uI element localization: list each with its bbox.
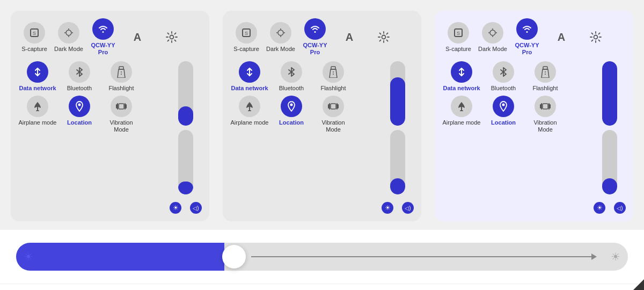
airplane-item-p1[interactable]: Airplane mode (18, 96, 57, 133)
settings-item-p2[interactable] (368, 26, 400, 48)
data-network-item-p2[interactable]: Data network (230, 61, 269, 92)
svg-rect-11 (119, 104, 124, 109)
brightness-bar-fill (16, 243, 224, 271)
svg-point-26 (290, 103, 293, 106)
bluetooth-icon-p2 (281, 61, 302, 83)
s-capture-item-p3[interactable]: S S-capture (442, 22, 474, 53)
location-icon-p2 (281, 96, 302, 117)
panel-1-grid: Data network Bluetooth Flashlight (18, 61, 165, 133)
s-capture-label-p3: S-capture (445, 46, 471, 53)
brightness-slider-p1[interactable] (178, 61, 193, 126)
corner-triangle (633, 279, 644, 290)
svg-point-39 (594, 35, 598, 39)
wifi-item-p1[interactable]: QCW-YY Pro (87, 18, 119, 56)
flashlight-item-p3[interactable]: Flashlight (526, 61, 565, 92)
volume-icon-p3: ◁) (614, 202, 626, 214)
bluetooth-item-p1[interactable]: Bluetooth (60, 61, 99, 92)
svg-point-7 (170, 35, 174, 39)
brightness-icon-p2: ☀ (382, 202, 393, 214)
bluetooth-icon-p1 (69, 61, 90, 83)
volume-slider-p3[interactable] (602, 130, 617, 194)
sun-icon-left: ☀ (24, 250, 33, 263)
location-label-p2: Location (279, 119, 304, 126)
s-capture-label-p2: S-capture (233, 46, 259, 53)
s-capture-item-p1[interactable]: S S-capture (18, 22, 50, 53)
sun-icon-right: ☀ (611, 250, 620, 263)
vibration-icon-p2 (323, 96, 344, 117)
flashlight-item-p1[interactable]: Flashlight (102, 61, 141, 92)
bluetooth-item-p3[interactable]: Bluetooth (484, 61, 523, 92)
vibration-item-p2[interactable]: Vibration Mode (314, 96, 353, 133)
dark-mode-item-p2[interactable]: Dark Mode (265, 22, 297, 53)
brightness-bar-container[interactable]: ☀ ☀ (16, 243, 628, 271)
wifi-item-p3[interactable]: QCW-YY Pro (511, 18, 543, 56)
gear-icon-p3 (585, 26, 606, 48)
flashlight-icon-p3 (535, 61, 556, 83)
vibration-item-p1[interactable]: Vibration Mode (102, 96, 141, 133)
panel-3-grid-row: Data network Bluetooth Flashlight (442, 61, 626, 214)
panel-1: S S-capture Dark Mode QCW-YY Pro A (11, 11, 209, 221)
wifi-item-p2[interactable]: QCW-YY Pro (299, 18, 331, 56)
data-network-icon-p2 (239, 61, 260, 83)
settings-item-p1[interactable] (156, 26, 188, 48)
s-capture-icon-p1: S (24, 22, 45, 44)
location-icon-p3 (493, 96, 514, 117)
panel-3-top-row: S S-capture Dark Mode QCW-YY Pro A (442, 18, 626, 56)
airplane-icon-p1 (27, 96, 48, 117)
panel-3-grid: Data network Bluetooth Flashlight (442, 61, 589, 133)
volume-slider-p1[interactable] (178, 130, 193, 194)
font-item-p3[interactable]: A (545, 26, 577, 48)
data-network-item-p3[interactable]: Data network (442, 61, 481, 92)
brightness-slider-p2[interactable] (390, 61, 405, 126)
location-item-p1[interactable]: Location (60, 96, 99, 133)
brightness-thumb[interactable] (222, 245, 246, 269)
wifi-icon-p3 (516, 18, 538, 40)
panel-1-sliders: ☀ ◁) (170, 61, 202, 214)
flashlight-item-p2[interactable]: Flashlight (314, 61, 353, 92)
airplane-item-p3[interactable]: Airplane mode (442, 96, 481, 133)
font-icon-p1: A (127, 26, 148, 48)
location-item-p3[interactable]: Location (484, 96, 523, 133)
dark-mode-item-p3[interactable]: Dark Mode (477, 22, 509, 53)
data-network-item-p1[interactable]: Data network (18, 61, 57, 92)
panels-section: S S-capture Dark Mode QCW-YY Pro A (0, 0, 644, 227)
gear-icon-p1 (161, 26, 182, 48)
vibration-item-p3[interactable]: Vibration Mode (526, 96, 565, 133)
airplane-icon-p2 (239, 96, 260, 117)
airplane-item-p2[interactable]: Airplane mode (230, 96, 269, 133)
data-network-icon-p3 (451, 61, 472, 83)
s-capture-item-p2[interactable]: S S-capture (230, 22, 262, 53)
dark-mode-label-p1: Dark Mode (54, 46, 83, 53)
data-network-label-p2: Data network (231, 85, 268, 92)
flashlight-icon-p2 (323, 61, 344, 83)
volume-slider-p2[interactable] (390, 130, 405, 194)
svg-rect-27 (331, 104, 336, 109)
panel-1-top-row: S S-capture Dark Mode QCW-YY Pro A (18, 18, 202, 56)
location-label-p3: Location (491, 119, 516, 126)
font-item-p2[interactable]: A (333, 26, 365, 48)
data-network-label-p1: Data network (19, 85, 56, 92)
drag-arrow-line (251, 256, 596, 257)
slider-icons-p2: ☀ ◁) (382, 202, 414, 214)
location-label-p1: Location (67, 119, 92, 126)
panel-3: S S-capture Dark Mode QCW-YY Pro A (435, 11, 633, 221)
svg-point-18 (278, 30, 283, 35)
location-item-p2[interactable]: Location (272, 96, 311, 133)
brightness-icon-p1: ☀ (170, 202, 181, 214)
brightness-icon-p3: ☀ (594, 202, 605, 214)
airplane-label-p3: Airplane mode (443, 119, 481, 126)
brightness-slider-p3[interactable] (602, 61, 617, 126)
vibration-icon-p1 (111, 96, 132, 117)
settings-item-p3[interactable] (580, 26, 612, 48)
dark-mode-item-p1[interactable]: Dark Mode (53, 22, 85, 53)
s-capture-icon-p3: S (448, 22, 469, 44)
dark-mode-icon-p2 (270, 22, 291, 44)
panel-1-grid-row: Data network Bluetooth Flashlight (18, 61, 202, 214)
font-item-p1[interactable]: A (121, 26, 153, 48)
footer: PAO PAO Design notes (0, 284, 644, 290)
panel-2-grid: Data network Bluetooth Flashlight (230, 61, 377, 133)
wifi-label-p3: QCW-YY Pro (511, 42, 543, 56)
volume-icon-p1: ◁) (190, 202, 202, 214)
font-icon-p3: A (551, 26, 572, 48)
bluetooth-item-p2[interactable]: Bluetooth (272, 61, 311, 92)
